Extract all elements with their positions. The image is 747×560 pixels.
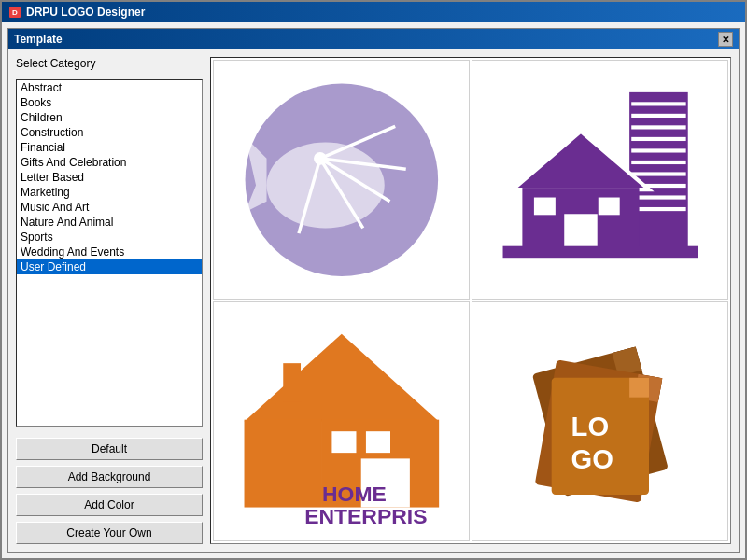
left-panel: Select Category AbstractBooksChildrenCon… [16, 57, 203, 544]
section-label: Select Category [16, 57, 203, 70]
category-item[interactable]: Children [17, 110, 202, 125]
category-item[interactable]: Gifts And Celebration [17, 155, 202, 170]
logo-cell-2[interactable] [472, 60, 728, 300]
svg-marker-22 [513, 131, 649, 189]
category-item[interactable]: Financial [17, 140, 202, 155]
category-item[interactable]: Construction [17, 125, 202, 140]
main-window: D DRPU LOGO Designer Template ✕ Select C… [0, 0, 747, 560]
svg-rect-14 [631, 125, 685, 129]
svg-rect-16 [631, 148, 685, 152]
svg-rect-13 [631, 114, 685, 118]
close-button[interactable]: ✕ [718, 32, 733, 47]
svg-text:D: D [12, 8, 18, 17]
dialog-content: Select Category AbstractBooksChildrenCon… [8, 49, 739, 552]
button-group: Default Add Background Add Color Create … [16, 438, 203, 544]
category-item[interactable]: Nature And Animal [17, 215, 202, 230]
category-list[interactable]: AbstractBooksChildrenConstructionFinanci… [16, 79, 203, 427]
add-background-button[interactable]: Add Background [16, 466, 203, 488]
category-item[interactable]: Letter Based [17, 170, 202, 185]
svg-rect-28 [502, 245, 698, 258]
svg-rect-34 [366, 431, 390, 453]
category-item[interactable]: Music And Art [17, 200, 202, 215]
svg-rect-21 [631, 207, 685, 211]
category-item[interactable]: Books [17, 95, 202, 110]
dialog-title: Template [14, 33, 718, 46]
svg-rect-15 [631, 137, 685, 141]
category-item[interactable]: Sports [17, 230, 202, 245]
logo-grid: HOME ENTERPRIS [210, 57, 731, 544]
add-color-button[interactable]: Add Color [16, 494, 203, 516]
logo-cell-3[interactable]: HOME ENTERPRIS [213, 301, 470, 541]
svg-rect-35 [283, 363, 301, 402]
svg-marker-29 [244, 334, 439, 422]
category-item[interactable]: Abstract [17, 80, 202, 95]
svg-rect-12 [631, 102, 685, 105]
svg-point-10 [314, 152, 327, 165]
dialog-title-bar: Template ✕ [8, 29, 739, 49]
svg-rect-20 [631, 195, 685, 199]
svg-rect-26 [534, 197, 556, 215]
category-item[interactable]: Wedding And Events [17, 245, 202, 259]
default-button[interactable]: Default [16, 438, 203, 460]
svg-rect-33 [331, 431, 356, 453]
dialog: Template ✕ Select Category AbstractBooks… [7, 28, 740, 553]
app-icon: D [7, 5, 22, 20]
title-bar: D DRPU LOGO Designer [2, 2, 745, 22]
svg-text:ENTERPRIS: ENTERPRIS [304, 504, 427, 528]
svg-rect-17 [631, 161, 685, 164]
category-item[interactable]: Marketing [17, 185, 202, 200]
logo-cell-4[interactable]: LO GO [472, 301, 728, 541]
window-title: DRPU LOGO Designer [26, 6, 740, 19]
svg-text:GO: GO [571, 444, 613, 474]
svg-rect-25 [564, 214, 597, 248]
logo-cell-1[interactable] [213, 60, 470, 300]
svg-rect-27 [598, 197, 619, 215]
svg-rect-46 [629, 378, 649, 398]
svg-text:LO: LO [571, 412, 609, 441]
svg-rect-30 [244, 419, 321, 507]
svg-text:HOME: HOME [322, 482, 387, 506]
category-item[interactable]: User Defined [17, 259, 202, 274]
svg-rect-18 [631, 172, 685, 175]
create-your-own-button[interactable]: Create Your Own [16, 522, 203, 544]
